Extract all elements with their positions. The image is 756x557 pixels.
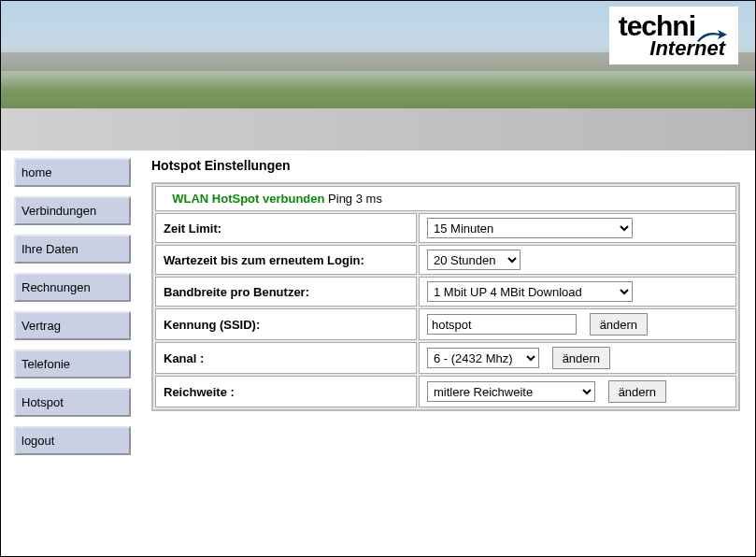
button-channel-change[interactable]: ändern <box>552 347 610 369</box>
status-connected-label: WLAN HotSpot verbunden <box>172 192 324 206</box>
sidebar-item-vertrag[interactable]: Vertrag <box>14 311 131 340</box>
row-channel: Kanal : 6 - (2432 Mhz) ändern <box>155 342 736 374</box>
select-channel[interactable]: 6 - (2432 Mhz) <box>427 348 539 368</box>
page-title: Hotspot Einstellungen <box>151 158 740 173</box>
sidebar-item-home[interactable]: home <box>14 158 131 187</box>
row-bandwidth: Bandbreite pro Benutzer: 1 Mbit UP 4 MBi… <box>155 277 736 307</box>
sidebar-item-telefonie[interactable]: Telefonie <box>14 350 131 378</box>
button-ssid-change[interactable]: ändern <box>590 313 648 336</box>
select-bandwidth[interactable]: 1 Mbit UP 4 MBit Download <box>427 281 633 302</box>
row-time-limit: Zeit Limit: 15 Minuten <box>155 213 736 243</box>
select-time-limit[interactable]: 15 Minuten <box>427 218 633 238</box>
status-cell: WLAN HotSpot verbunden Ping 3 ms <box>155 186 736 211</box>
sidebar-item-logout[interactable]: logout <box>14 426 131 455</box>
button-range-change[interactable]: ändern <box>608 380 666 403</box>
logo-arrow-icon <box>695 20 729 36</box>
sidebar-item-hotspot[interactable]: Hotspot <box>14 388 131 417</box>
sidebar-item-ihre-daten[interactable]: Ihre Daten <box>14 235 131 264</box>
row-wait-time: Wartezeit bis zum erneutem Login: 20 Stu… <box>155 245 736 275</box>
brand-logo: techni Internet <box>609 7 738 64</box>
status-ping-label: Ping 3 ms <box>328 192 382 206</box>
select-range[interactable]: mitlere Reichweite <box>427 381 595 402</box>
row-range: Reichweite : mitlere Reichweite ändern <box>155 376 736 407</box>
row-ssid: Kennung (SSID): ändern <box>155 308 736 340</box>
select-wait-time[interactable]: 20 Stunden <box>427 250 521 270</box>
label-bandwidth: Bandbreite pro Benutzer: <box>155 277 417 307</box>
header-banner: techni Internet <box>1 1 755 150</box>
settings-table: WLAN HotSpot verbunden Ping 3 ms Zeit Li… <box>151 182 740 411</box>
label-channel: Kanal : <box>155 342 417 374</box>
sidebar: home Verbindungen Ihre Daten Rechnungen … <box>1 150 136 464</box>
label-range: Reichweite : <box>155 376 417 407</box>
label-time-limit: Zeit Limit: <box>155 213 417 243</box>
label-ssid: Kennung (SSID): <box>155 308 417 340</box>
sidebar-item-verbindungen[interactable]: Verbindungen <box>14 196 131 225</box>
label-wait-time: Wartezeit bis zum erneutem Login: <box>155 245 417 275</box>
input-ssid[interactable] <box>427 314 577 335</box>
sidebar-item-rechnungen[interactable]: Rechnungen <box>14 273 131 302</box>
